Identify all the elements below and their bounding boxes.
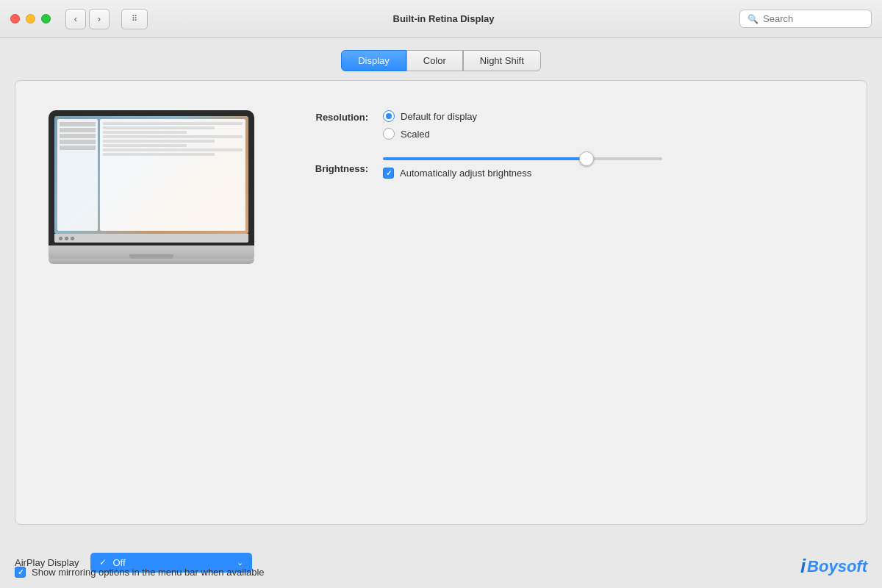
screen-content: [54, 116, 248, 234]
resolution-default-radio[interactable]: [383, 110, 395, 122]
laptop-screen: [54, 116, 248, 234]
settings-panel: Resolution: Default for display Scaled: [287, 103, 837, 179]
window-title: Built-in Retina Display: [157, 13, 731, 24]
main-content: Display Color Night Shift: [0, 38, 882, 537]
screen-sidebar: [57, 119, 98, 231]
screen-line-7: [103, 148, 243, 151]
toolbar-dot-2: [65, 237, 68, 240]
screen-line-1: [103, 122, 243, 125]
toolbar-dot-3: [71, 237, 74, 240]
brightness-slider-track[interactable]: [383, 157, 662, 160]
titlebar: ‹ › ⠿ Built-in Retina Display 🔍: [0, 0, 882, 38]
content-panel: Resolution: Default for display Scaled: [15, 80, 867, 525]
nav-buttons: ‹ ›: [65, 9, 110, 29]
screen-line-4: [103, 135, 243, 138]
resolution-controls: Default for display Scaled: [383, 110, 477, 140]
tab-bar: Display Color Night Shift: [15, 50, 867, 71]
mirroring-label: Show mirroring options in the menu bar w…: [32, 567, 265, 578]
brightness-row: Brightness: ✓ Automatically adjust brigh…: [287, 157, 837, 179]
grid-button[interactable]: ⠿: [121, 9, 148, 29]
mirroring-checkbox[interactable]: ✓: [15, 567, 26, 578]
search-box[interactable]: 🔍: [739, 10, 872, 28]
auto-brightness-row[interactable]: ✓ Automatically adjust brightness: [383, 168, 662, 179]
resolution-scaled-radio[interactable]: [383, 128, 395, 140]
search-input[interactable]: [763, 13, 864, 24]
resolution-scaled-option[interactable]: Scaled: [383, 128, 477, 140]
back-icon: ‹: [74, 13, 77, 24]
dropdown-check-icon: ✓: [99, 557, 107, 567]
brightness-controls: ✓ Automatically adjust brightness: [383, 157, 662, 179]
brightness-label: Brightness:: [287, 162, 368, 174]
screen-line-6: [103, 144, 187, 147]
screen-line-8: [103, 153, 215, 156]
sidebar-item-1: [60, 122, 96, 126]
brightness-slider-thumb[interactable]: [579, 151, 594, 166]
sidebar-item-3: [60, 134, 96, 138]
tab-display[interactable]: Display: [341, 50, 406, 71]
iboysoft-logo: i Boysoft: [800, 555, 867, 578]
screen-line-3: [103, 131, 187, 134]
toolbar-dot-1: [59, 237, 62, 240]
checkmark-icon: ✓: [386, 169, 392, 177]
radio-dot-selected: [386, 113, 392, 119]
resolution-default-label: Default for display: [401, 111, 477, 122]
laptop-base: [49, 245, 254, 259]
laptop-stand: [49, 258, 254, 264]
minimize-button[interactable]: [26, 14, 35, 24]
laptop-toolbar: [54, 234, 248, 243]
screen-main: [100, 119, 245, 231]
sidebar-item-4: [60, 140, 96, 144]
laptop-screen-outer: [49, 110, 254, 245]
resolution-row: Resolution: Default for display Scaled: [287, 110, 837, 140]
mirroring-row: ✓ Show mirroring options in the menu bar…: [15, 567, 265, 578]
mirroring-checkmark-icon: ✓: [18, 568, 24, 576]
sidebar-item-2: [60, 128, 96, 132]
screen-line-5: [103, 140, 215, 143]
laptop: [49, 110, 254, 264]
forward-icon: ›: [98, 13, 101, 24]
resolution-default-option[interactable]: Default for display: [383, 110, 477, 122]
screen-line-2: [103, 126, 215, 129]
close-button[interactable]: [10, 14, 20, 24]
sidebar-item-5: [60, 146, 96, 150]
grid-icon: ⠿: [132, 14, 137, 24]
forward-button[interactable]: ›: [89, 9, 110, 29]
back-button[interactable]: ‹: [65, 9, 86, 29]
iboysoft-text: Boysoft: [807, 557, 867, 576]
laptop-illustration: [45, 103, 258, 264]
chevron-down-icon: ⌄: [237, 558, 243, 567]
bottom-bar: AirPlay Display ✓ Off ⌄ ✓ Show mirroring…: [0, 537, 882, 588]
traffic-lights: [10, 14, 51, 24]
tab-color[interactable]: Color: [406, 50, 463, 71]
resolution-label: Resolution:: [287, 110, 368, 123]
resolution-scaled-label: Scaled: [401, 129, 430, 140]
tab-nightshift[interactable]: Night Shift: [463, 50, 541, 71]
auto-brightness-label: Automatically adjust brightness: [400, 168, 531, 179]
iboysoft-i: i: [800, 555, 806, 578]
auto-brightness-checkbox[interactable]: ✓: [383, 168, 394, 179]
maximize-button[interactable]: [41, 14, 51, 24]
search-icon: 🔍: [747, 14, 759, 24]
